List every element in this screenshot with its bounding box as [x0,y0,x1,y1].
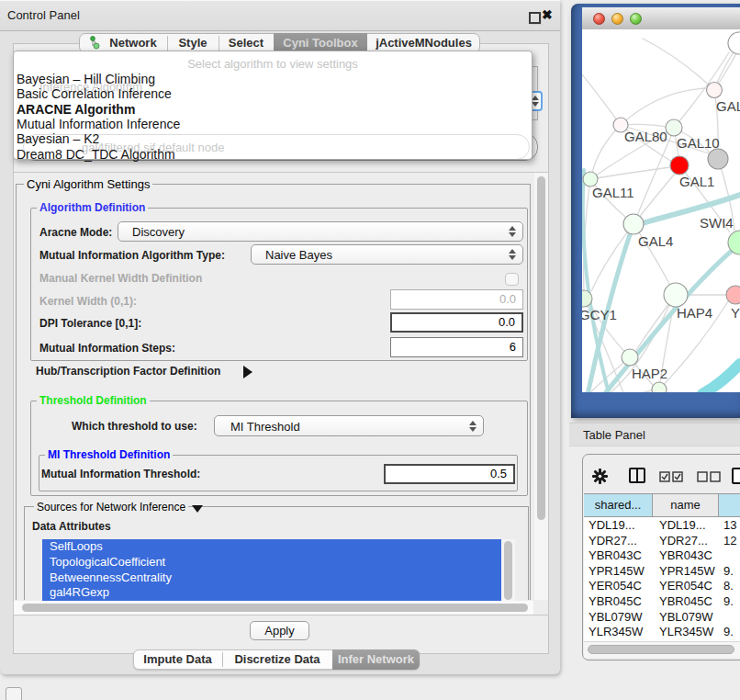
algorithm-option[interactable]: Mutual Information Inference [17,117,180,131]
hub-expand-icon[interactable] [243,366,252,378]
close-window-icon[interactable]: ✖ [542,7,553,22]
graph-node-label: HAP2 [632,366,667,381]
tab-infer-network[interactable]: Infer Network [332,649,420,670]
algorithm-popup: Select algorithm to view settings Infere… [13,51,533,160]
dpi-tolerance-input[interactable]: 0.0 [390,312,523,333]
data-attribute-item[interactable]: gal4RGexp [42,585,501,601]
graph-node-node[interactable] [728,32,740,54]
graph-node-label: SWI4 [700,215,734,231]
deselect-all-columns-icon[interactable] [697,471,722,482]
graph-node-GAL[interactable] [707,83,723,98]
control-panel-title: Control Panel [7,8,80,22]
aracne-mode-value: Discovery [132,225,185,239]
hub-definition-label[interactable]: Hub/Transcription Factor Definition [36,365,220,378]
popup-hint: Select algorithm to view settings [14,57,532,71]
table-row[interactable]: YDR27...YDR27...12 [584,533,740,548]
graph-edge [590,167,670,179]
manual-kernel-checkbox[interactable] [505,273,519,286]
kernel-width-label: Kernel Width (0,1): [39,295,137,308]
graph-node-HAP4[interactable] [664,283,688,307]
graph-node-label: GAL1 [679,174,714,189]
algorithm-option[interactable]: Bayesian – Hill Climbing [17,72,155,86]
minimize-traffic-button[interactable] [611,13,623,25]
tab-discretize-data[interactable]: Discretize Data [222,649,332,670]
table-row[interactable]: YBL079WYBL079W [584,609,740,625]
data-attribute-item[interactable]: SelfLoops [42,539,501,555]
attribute-list-scrollbar-thumb[interactable] [504,541,512,600]
graph-node-node[interactable] [652,382,667,392]
aracne-mode-label: Aracne Mode: [39,226,112,239]
algorithm-option[interactable]: Dream8 DC_TDC Algorithm [17,147,175,162]
graph-node-label: HAP4 [677,305,712,321]
algorithm-option[interactable]: ARACNE Algorithm [17,102,135,117]
mi-steps-label: Mutual Information Steps: [39,342,175,355]
table-row[interactable]: YBR045CYBR045C9. [584,593,740,609]
algorithm-option[interactable]: Bayesian – K2 [17,131,99,146]
tab-impute-data[interactable]: Impute Data [133,649,222,670]
mi-type-select[interactable]: Naive Bayes [251,244,523,265]
column-header-cut[interactable] [719,494,740,516]
window-stub[interactable] [6,687,22,700]
which-threshold-label: Which threshold to use: [72,420,197,433]
graph-node-GAL4[interactable] [623,214,644,234]
graph-node-node[interactable] [708,149,728,169]
graph-edge [643,39,714,90]
dpi-tolerance-label: DPI Tolerance [0,1]: [39,317,141,330]
table-row[interactable]: YPR145WYPR145W9. [584,563,740,579]
graph-node-label: GAL10 [677,135,720,151]
graph-edge [584,390,652,392]
sources-group-title: Sources for Network Inference [34,501,188,514]
mi-type-spinner-icon [508,248,516,261]
graph-node-label: GAL80 [624,129,667,144]
which-threshold-select[interactable]: MI Threshold [214,415,484,436]
table-doc-icon[interactable] [732,468,740,484]
settings-vscrollbar-thumb[interactable] [537,176,545,520]
table-row[interactable]: YBR043CYBR043C [584,548,740,563]
graph-edge [592,125,621,173]
graph-node-label: GCY1 [582,307,617,322]
graph-node-HAP2[interactable] [622,349,638,366]
table-row[interactable]: YER054CYER054C8. [584,578,740,593]
table-hscrollbar-thumb[interactable] [588,645,734,654]
apply-button[interactable]: Apply [250,621,309,640]
control-panel-titlebar [0,0,560,31]
graph-node-label: Y [731,305,740,321]
graph-node-label: GAL4 [638,233,673,249]
mi-steps-input[interactable]: 6 [390,337,523,357]
gear-icon[interactable] [592,469,608,484]
table-row[interactable]: YLR345WYLR345W9. [584,624,740,639]
split-columns-icon[interactable] [629,468,645,483]
graph-node-label: GAL [716,98,740,114]
mi-threshold-label: Mutual Information Threshold: [41,468,200,480]
data-attributes-label: Data Attributes [32,520,111,533]
close-traffic-button[interactable] [593,13,605,25]
graph-node-GAL1[interactable] [670,156,689,175]
aracne-mode-spinner-icon [508,225,516,238]
select-all-columns-icon[interactable] [659,471,684,482]
network-canvas[interactable]: GALGAL80GAL10GAL1GAL11GAL4SWI4GCY1HAP4YH… [582,29,740,392]
mi-threshold-group-title: MI Threshold Definition [45,448,173,461]
data-attribute-item[interactable]: TopologicalCoefficient [42,555,501,570]
float-window-button[interactable] [529,12,541,24]
algorithm-definition-title: Algorithm Definition [37,201,148,214]
sources-collapse-icon[interactable] [192,505,203,513]
which-threshold-value: MI Threshold [230,420,300,434]
network-window-titlebar[interactable] [582,7,740,30]
graph-node-Y[interactable] [726,286,740,304]
mi-type-label: Mutual Information Algorithm Type: [39,249,225,262]
graph-node-GAL10[interactable] [666,119,682,136]
aracne-mode-select[interactable]: Discovery [118,221,523,242]
algorithm-option[interactable]: Basic Correlation Inference [17,86,172,101]
apply-button-label: Apply [264,624,295,638]
settings-hscrollbar-thumb[interactable] [22,604,528,612]
table-row[interactable]: YDL19...YDL19...13 [584,517,740,533]
graph-edge [702,364,740,392]
zoom-traffic-button[interactable] [630,13,642,25]
table-body: YDL19...YDL19...13YDR27...YDR27...12YBR0… [584,517,740,641]
table-panel-title: Table Panel [583,428,645,442]
data-attribute-item[interactable]: BetweennessCentrality [42,570,501,586]
column-header-name[interactable]: name [653,494,719,516]
mi-threshold-input[interactable]: 0.5 [384,464,515,484]
kernel-width-input[interactable]: 0.0 [390,289,523,310]
column-header-shared[interactable]: shared... [584,494,653,516]
